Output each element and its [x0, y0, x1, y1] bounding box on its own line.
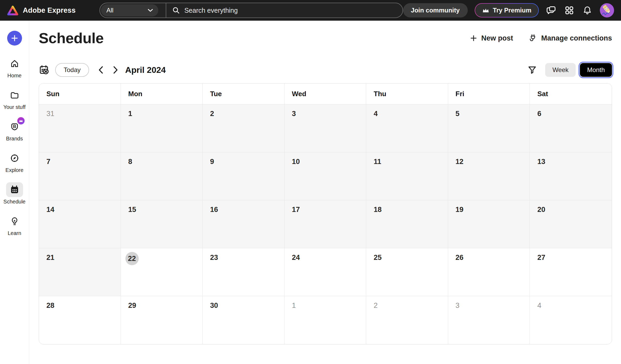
calendar-cell[interactable]: 28	[39, 296, 121, 344]
date-number: 7	[46, 158, 50, 166]
new-post-label: New post	[481, 34, 513, 42]
plus-icon	[470, 34, 478, 42]
calendar-week-row: 78910111213	[39, 152, 612, 200]
calendar-cell[interactable]: 23	[203, 248, 285, 296]
create-new-button[interactable]	[7, 31, 22, 46]
calendar-grid: 3112345678910111213141516171819202122232…	[39, 104, 612, 344]
sidebar-item-label: Learn	[8, 230, 21, 236]
plus-icon	[11, 34, 19, 42]
calendar-cell[interactable]: 17	[285, 200, 366, 248]
date-number: 1	[128, 110, 132, 118]
sidebar-item-home[interactable]: Home	[6, 56, 23, 79]
calendar-cell[interactable]: 22	[121, 248, 203, 296]
search-scope-dropdown[interactable]: All	[101, 4, 158, 16]
brands-shield-icon: B	[6, 119, 23, 134]
sidebar-item-label: Brands	[6, 136, 23, 142]
next-month-button[interactable]	[110, 65, 121, 75]
calendar-cell[interactable]: 14	[39, 200, 121, 248]
calendar-cell[interactable]: 29	[121, 296, 203, 344]
clear-schedule-calendar-icon[interactable]	[39, 64, 50, 76]
today-button[interactable]: Today	[55, 63, 89, 77]
date-number: 3	[456, 301, 460, 309]
calendar-cell[interactable]: 4	[530, 296, 612, 344]
date-number: 2	[210, 110, 214, 118]
date-number: 14	[46, 206, 54, 214]
date-number: 10	[292, 158, 300, 166]
try-premium-button[interactable]: Try Premium	[475, 3, 539, 17]
calendar-cell[interactable]: 13	[530, 152, 612, 200]
calendar-cell[interactable]: 8	[121, 152, 203, 200]
calendar-cell[interactable]: 26	[448, 248, 530, 296]
calendar-cell[interactable]: 21	[39, 248, 121, 296]
calendar-cell[interactable]: 2	[203, 104, 285, 152]
week-view-toggle[interactable]: Week	[545, 63, 576, 77]
month-nav	[95, 65, 121, 75]
date-number: 21	[46, 254, 54, 261]
calendar-cell[interactable]: 10	[285, 152, 366, 200]
sidebar-item-brands[interactable]: B Brands	[6, 119, 23, 142]
sidebar-item-your-stuff[interactable]: Your stuff	[3, 88, 25, 110]
day-header: Thu	[366, 83, 448, 104]
calendar-cell[interactable]: 9	[203, 152, 285, 200]
sidebar: Home Your stuff B	[0, 21, 29, 364]
previous-month-button[interactable]	[95, 65, 106, 75]
calendar-toolbar-right: Week Month	[527, 63, 612, 77]
join-community-button[interactable]: Join community	[403, 3, 468, 17]
calendar-cell[interactable]: 3	[285, 104, 366, 152]
adobe-express-logo-icon	[7, 5, 19, 16]
calendar-cell[interactable]: 6	[530, 104, 612, 152]
date-number: 27	[537, 254, 545, 261]
sidebar-item-explore[interactable]: Explore	[6, 151, 24, 173]
day-header: Wed	[285, 83, 366, 104]
brand: Adobe Express	[7, 5, 76, 16]
today-date-badge: 22	[125, 252, 139, 265]
calendar-cell[interactable]: 31	[39, 104, 121, 152]
calendar-cell[interactable]: 5	[448, 104, 530, 152]
calendar-cell[interactable]: 1	[121, 104, 203, 152]
calendar-cell[interactable]: 20	[530, 200, 612, 248]
manage-connections-button[interactable]: Manage connections	[528, 34, 612, 43]
calendar-week-row: 31123456	[39, 104, 612, 152]
topbar-right-cluster: Join community Try Premium	[403, 3, 614, 17]
apps-grid-button[interactable]	[564, 5, 575, 16]
calendar-cell[interactable]: 11	[366, 152, 448, 200]
calendar-cell[interactable]: 4	[366, 104, 448, 152]
compass-icon	[6, 151, 23, 166]
calendar-cell[interactable]: 1	[285, 296, 366, 344]
calendar-cell[interactable]: 27	[530, 248, 612, 296]
calendar-cell[interactable]: 30	[203, 296, 285, 344]
date-number: 12	[456, 158, 463, 166]
month-view-toggle[interactable]: Month	[580, 63, 612, 77]
calendar-cell[interactable]: 19	[448, 200, 530, 248]
date-number: 19	[456, 206, 463, 214]
premium-crown-badge	[17, 117, 25, 125]
notifications-button[interactable]	[582, 5, 593, 16]
calendar-cell[interactable]: 15	[121, 200, 203, 248]
calendar-cell[interactable]: 18	[366, 200, 448, 248]
sidebar-item-learn[interactable]: Learn	[6, 214, 23, 236]
date-number: 16	[210, 206, 218, 214]
lightbulb-icon	[6, 214, 23, 229]
sidebar-item-schedule[interactable]: Schedule	[3, 182, 25, 205]
filter-button[interactable]	[527, 65, 537, 75]
page-title: Schedule	[39, 31, 104, 46]
search-input[interactable]	[184, 6, 402, 15]
sidebar-item-label: Schedule	[3, 199, 25, 205]
calendar-cell[interactable]: 7	[39, 152, 121, 200]
new-post-button[interactable]: New post	[470, 34, 513, 42]
try-premium-label: Try Premium	[493, 7, 531, 14]
calendar-cell[interactable]: 25	[366, 248, 448, 296]
calendar-cell[interactable]: 16	[203, 200, 285, 248]
feedback-chat-button[interactable]	[546, 5, 557, 16]
date-number: 13	[537, 158, 545, 166]
manage-connections-label: Manage connections	[541, 34, 612, 42]
calendar-filled-icon	[6, 182, 23, 197]
calendar-cell[interactable]: 3	[448, 296, 530, 344]
calendar-cell[interactable]: 2	[366, 296, 448, 344]
calendar-cell[interactable]: 24	[285, 248, 366, 296]
date-number: 23	[210, 254, 218, 261]
calendar-cell[interactable]: 12	[448, 152, 530, 200]
account-avatar[interactable]	[600, 3, 614, 17]
brands-icon-letter: B	[13, 124, 16, 129]
topbar: Adobe Express All Join community Try Pre…	[0, 0, 621, 21]
